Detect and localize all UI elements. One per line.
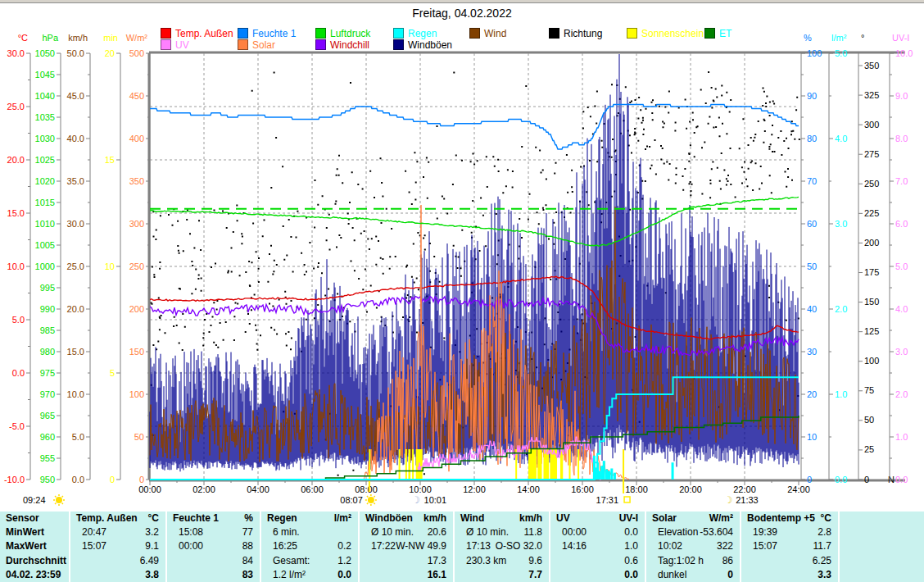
cell-time: 15:07 — [70, 539, 106, 553]
moonset-icon: ☽ — [724, 494, 733, 506]
axis-tick-label: 25.0 — [7, 102, 25, 111]
column-name: Windböen — [360, 512, 413, 525]
cell-time — [550, 554, 562, 568]
time-tick-label: 12:00 — [463, 484, 486, 494]
axis-tick-label: 1030 — [35, 134, 55, 143]
axis-tick-label: 70 — [807, 176, 817, 186]
table-column-feuchte-1: Feuchte 1%15:087700:00888483 — [165, 512, 260, 582]
table-column-windb-en: Windböenkm/hØ 10 min.20.617:22W-NW 49.91… — [358, 512, 453, 582]
axis-tick-label: 30 — [807, 347, 817, 357]
axis-tick-label: 450 — [129, 91, 144, 101]
cell-value: 2.8 — [818, 525, 838, 539]
cell-value: 0.0 — [624, 525, 645, 539]
axis-tick-label: 1.0 — [895, 432, 908, 442]
axis-tick-label: 225 — [864, 208, 879, 218]
time-tick-label: 22:00 — [733, 484, 756, 494]
column-unit: % — [244, 512, 260, 525]
axis-tick-label: 4.0 — [835, 134, 847, 143]
axis-tick-label: 300 — [864, 120, 879, 130]
axis-tick-label: 0 — [110, 475, 115, 484]
axis-tick-label: 6.0 — [895, 219, 908, 229]
axis-unit-label: W/m² — [126, 33, 148, 43]
axis-tick-label: 35.0 — [67, 176, 84, 186]
column-unit: km/h — [424, 512, 453, 525]
axis-tick-label: 10.0 — [7, 261, 25, 271]
cell-value: 11.7 — [813, 539, 838, 553]
cell-value: 3.8 — [145, 568, 165, 582]
axis-tick-label: 100 — [807, 48, 822, 58]
axis-tick-label: 1005 — [35, 240, 55, 250]
cell-value: 83 — [242, 568, 260, 582]
cell-time: 6 min. — [261, 525, 300, 539]
cell-value: 0.6 — [624, 554, 645, 568]
axis-tick-label: 1015 — [35, 198, 55, 207]
axis-tick-label: 40 — [807, 304, 817, 314]
cell-value: 0.0 — [624, 568, 645, 582]
axis-tick-label: 2.0 — [835, 304, 847, 314]
cell-value: 7.7 — [528, 568, 549, 582]
column-unit: °C — [148, 512, 165, 525]
cell-time: 00:00 — [167, 539, 203, 553]
time-tick-label: 18:00 — [625, 484, 648, 494]
axis-tick-label: 250 — [129, 261, 144, 271]
table-column-uv: UVUV-I00:000.014:161.00.60.0 — [549, 512, 645, 582]
cell-time: 10:02 — [646, 539, 682, 553]
cell-time: Gesamt: — [261, 554, 310, 568]
cell-time: 1.2 l/m² — [261, 568, 306, 582]
column-name: Wind — [455, 512, 484, 525]
axis-tick-label: 0.0 — [895, 475, 908, 484]
axis-tick-label: 350 — [129, 176, 144, 186]
axis-tick-label: 980 — [40, 347, 55, 357]
axis-tick-label: 15.0 — [67, 347, 84, 357]
cell-time: 00:00 — [550, 525, 587, 539]
time-tick-label: 10:00 — [409, 484, 432, 494]
axis-tick-label: 20 — [105, 48, 115, 58]
axis-min: min05101520 — [103, 33, 120, 484]
axis-tick-label: 3.0 — [895, 347, 908, 357]
axis-tick-label: 175 — [864, 267, 879, 277]
sunset-icon — [624, 497, 630, 502]
axis-tick-label: 1000 — [35, 261, 55, 271]
cell-value: 16.1 — [428, 568, 453, 582]
axis-tick-label: 10 — [105, 261, 115, 271]
series-regen-rate — [593, 456, 674, 480]
axis-unit-label: l/m² — [831, 33, 847, 43]
cell-time: 17:22 — [360, 539, 396, 553]
cell-value: 84 — [242, 554, 260, 568]
axis-tick-label: 200 — [129, 304, 144, 314]
axis-tick-label: 80 — [807, 134, 817, 143]
cell-value: -53.604 — [700, 525, 740, 539]
time-tick-label: 00:00 — [138, 484, 161, 494]
axis-tick-label: 960 — [40, 432, 55, 442]
axis-tick-label: 990 — [40, 304, 55, 314]
cell-time: Ø 10 min. — [455, 525, 509, 539]
time-tick-label: 04:00 — [247, 484, 270, 494]
axis-tick-label: 20.0 — [67, 304, 84, 314]
axis-tick-label: -5.0 — [9, 421, 25, 431]
axis-tick-label: 100 — [129, 389, 144, 399]
axis-tick-label: 970 — [40, 389, 55, 399]
axis-tick-label: 1010 — [35, 219, 55, 229]
axis-uvi: UV-I0.01.02.03.04.05.06.07.08.09.010.0 — [890, 33, 913, 484]
column-name: Regen — [261, 512, 297, 525]
axis-tick-label: 300 — [129, 219, 144, 229]
cell-value: 1.2 — [337, 554, 358, 568]
table-row-label: 04.02. 23:59 — [0, 568, 69, 582]
axis-tick-label: 10.0 — [67, 389, 84, 399]
cell-value: 0 — [727, 568, 740, 582]
axis-tick-label: 5.0 — [835, 48, 847, 58]
axis-unit-label: min — [103, 33, 118, 43]
axis-tick-label: 20.0 — [7, 155, 25, 165]
axis-tick-label: 10.0 — [895, 48, 913, 58]
axis-unit-label: °C — [18, 33, 28, 43]
axis-tick-label: 15.0 — [7, 208, 25, 218]
column-name: UV — [550, 512, 570, 525]
moonset-label: 21:33 — [736, 495, 759, 505]
axis-tick-label: 1025 — [35, 155, 55, 165]
axis-tick-label: 45.0 — [67, 91, 84, 101]
cell-time — [741, 568, 753, 582]
table-column-regen: Regenl/m²6 min.16:250.2Gesamt:1.21.2 l/m… — [260, 512, 358, 582]
cell-value: 77 — [242, 525, 260, 539]
cell-value: 1.0 — [624, 539, 645, 553]
axis-tick-label: 25 — [864, 444, 874, 454]
